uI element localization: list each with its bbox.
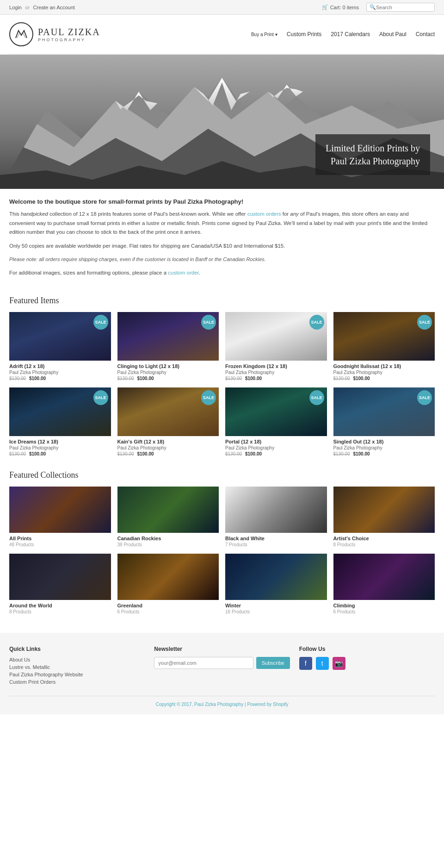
hero-image: Limited Edition Prints by Paul Zizka Pho… (0, 55, 444, 189)
instagram-icon[interactable]: 📷 (333, 657, 345, 670)
featured-collections-title: Featured Collections (9, 470, 435, 480)
product-price-new: $100.00 (29, 376, 46, 381)
newsletter-subscribe-button[interactable]: Subscribe (256, 657, 290, 669)
product-price-old: $130.00 (333, 451, 350, 456)
collection-thumb (333, 554, 435, 600)
featured-items-title: Featured Items (9, 296, 435, 306)
create-account-link[interactable]: Create an Account (33, 5, 75, 10)
collection-thumb (225, 554, 327, 600)
collection-card[interactable]: Artist's Choice 8 Products (333, 487, 435, 547)
product-prices: $130.00 $100.00 (333, 376, 435, 381)
nav-contact[interactable]: Contact (416, 31, 435, 37)
product-card[interactable]: SALE Singled Out (12 x 18) Paul Zizka Ph… (333, 387, 435, 456)
product-price-new: $100.00 (137, 376, 154, 381)
collection-card[interactable]: Climbing 6 Products (333, 554, 435, 614)
product-brand: Paul Zizka Photography (333, 370, 435, 375)
product-brand: Paul Zizka Photography (333, 445, 435, 450)
newsletter-email-input[interactable] (154, 657, 253, 669)
product-price-new: $100.00 (353, 451, 370, 456)
footer-follow: Follow Us f t 📷 (299, 646, 435, 687)
product-title: Singled Out (12 x 18) (333, 439, 435, 444)
custom-orders-link-2[interactable]: custom order (168, 270, 198, 275)
collection-count: 8 Products (9, 609, 111, 614)
product-thumb: SALE (333, 387, 435, 436)
collection-thumb (117, 554, 219, 600)
product-card[interactable]: SALE Clinging to Light (12 x 18) Paul Zi… (117, 312, 219, 381)
product-price-new: $100.00 (245, 451, 262, 456)
intro-section: Welcome to the boutique store for small-… (0, 189, 444, 291)
collection-title: Artist's Choice (333, 536, 435, 541)
intro-headline: Welcome to the boutique store for small-… (9, 198, 435, 205)
quick-link-item[interactable]: Paul Zizka Photography Website (9, 672, 145, 677)
product-price-new: $100.00 (29, 451, 46, 456)
social-icons: f t 📷 (299, 657, 435, 670)
login-link[interactable]: Login (9, 5, 22, 10)
collection-card[interactable]: Canadian Rockies 38 Products (117, 487, 219, 547)
product-card[interactable]: SALE Kain's Gift (12 x 18) Paul Zizka Ph… (117, 387, 219, 456)
collection-count: 38 Products (117, 542, 219, 547)
product-title: Kain's Gift (12 x 18) (117, 439, 219, 444)
collection-card[interactable]: Greenland 6 Products (117, 554, 219, 614)
intro-para3: Please note: all orders require shipping… (9, 255, 435, 264)
hero-overlay: Limited Edition Prints by Paul Zizka Pho… (315, 134, 430, 175)
chevron-down-icon: ▾ (275, 32, 278, 37)
collection-count: 7 Products (225, 542, 327, 547)
product-title: Clinging to Light (12 x 18) (117, 363, 219, 369)
product-price-old: $130.00 (333, 376, 350, 381)
product-thumb: SALE (117, 387, 219, 436)
logo-name: Paul Zizka (38, 27, 100, 37)
twitter-icon[interactable]: t (316, 657, 329, 670)
product-prices: $130.00 $100.00 (225, 376, 327, 381)
product-thumb: SALE (9, 312, 111, 361)
nav-buy-print[interactable]: Buy a Print ▾ (251, 32, 278, 37)
facebook-icon[interactable]: f (299, 657, 312, 670)
custom-orders-link-1[interactable]: custom orders (247, 211, 281, 217)
product-price-new: $100.00 (353, 376, 370, 381)
quick-link-item[interactable]: Lustre vs. Metallic (9, 664, 145, 670)
product-prices: $130.00 $100.00 (9, 376, 111, 381)
product-prices: $130.00 $100.00 (117, 376, 219, 381)
product-brand: Paul Zizka Photography (117, 445, 219, 450)
product-price-new: $100.00 (137, 451, 154, 456)
product-grid: SALE Adrift (12 x 18) Paul Zizka Photogr… (9, 312, 435, 456)
quick-links-list: About UsLustre vs. MetallicPaul Zizka Ph… (9, 657, 145, 685)
collection-card[interactable]: Winter 16 Products (225, 554, 327, 614)
product-brand: Paul Zizka Photography (117, 370, 219, 375)
product-card[interactable]: SALE Adrift (12 x 18) Paul Zizka Photogr… (9, 312, 111, 381)
product-prices: $130.00 $100.00 (333, 451, 435, 456)
product-brand: Paul Zizka Photography (9, 370, 111, 375)
collection-card[interactable]: All Prints 48 Products (9, 487, 111, 547)
follow-title: Follow Us (299, 646, 435, 652)
product-card[interactable]: SALE Portal (12 x 18) Paul Zizka Photogr… (225, 387, 327, 456)
search-input[interactable] (376, 5, 432, 10)
collection-card[interactable]: Around the World 8 Products (9, 554, 111, 614)
cart-link[interactable]: 🛒 Cart: 0 items (322, 4, 359, 10)
product-brand: Paul Zizka Photography (9, 445, 111, 450)
collection-title: All Prints (9, 536, 111, 541)
product-card[interactable]: SALE Frozen Kingdom (12 x 18) Paul Zizka… (225, 312, 327, 381)
collection-title: Around the World (9, 603, 111, 608)
quick-link-item[interactable]: About Us (9, 657, 145, 662)
newsletter-form: Subscribe (154, 657, 290, 669)
product-prices: $130.00 $100.00 (9, 451, 111, 456)
sale-badge: SALE (309, 390, 324, 405)
collection-thumb (117, 487, 219, 533)
collection-thumb (225, 487, 327, 533)
cart-label: Cart: 0 items (330, 5, 359, 10)
quick-link-item[interactable]: Custom Print Orders (9, 679, 145, 685)
product-card[interactable]: SALE Goodnight Ilulissat (12 x 18) Paul … (333, 312, 435, 381)
product-card[interactable]: SALE Ice Dreams (12 x 18) Paul Zizka Pho… (9, 387, 111, 456)
product-prices: $130.00 $100.00 (117, 451, 219, 456)
collection-card[interactable]: Black and White 7 Products (225, 487, 327, 547)
product-prices: $130.00 $100.00 (225, 451, 327, 456)
nav-calendars[interactable]: 2017 Calendars (331, 31, 370, 37)
collection-count: 16 Products (225, 609, 327, 614)
product-title: Adrift (12 x 18) (9, 363, 111, 369)
sale-badge: SALE (93, 315, 108, 330)
nav-about[interactable]: About Paul (379, 31, 407, 37)
product-thumb: SALE (225, 312, 327, 361)
product-title: Ice Dreams (12 x 18) (9, 439, 111, 444)
nav-custom-prints[interactable]: Custom Prints (287, 31, 321, 37)
collection-thumb (9, 554, 111, 600)
hero-title: Limited Edition Prints by Paul Zizka Pho… (326, 142, 420, 168)
